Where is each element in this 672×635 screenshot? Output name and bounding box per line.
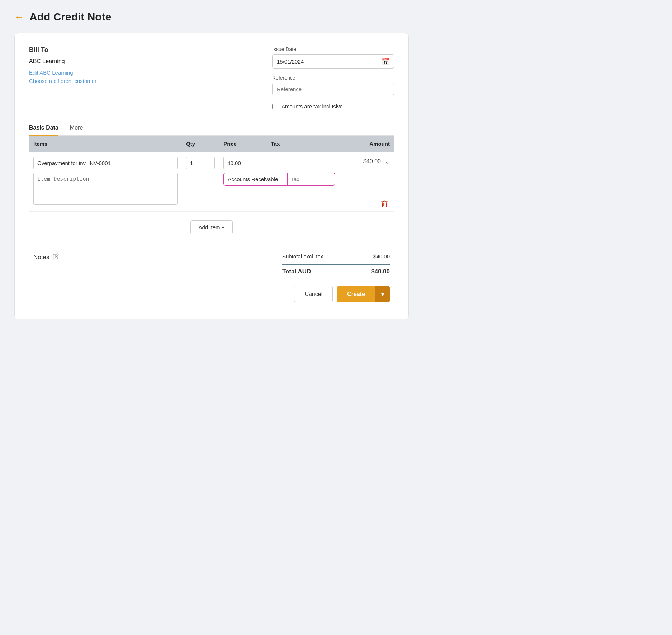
reference-label: Reference (272, 75, 394, 81)
highlighted-accounts-tax (223, 173, 335, 186)
col-header-tax: Tax (266, 136, 339, 152)
issue-date-label: Issue Date (272, 46, 394, 52)
issue-date-input[interactable] (277, 58, 382, 65)
amount-value: $40.00 (363, 158, 381, 165)
table-row: $40.00 ⌄ (29, 152, 394, 171)
tax-inclusive-checkbox[interactable] (272, 104, 278, 109)
col-header-qty: Qty (182, 136, 219, 152)
col-header-price: Price (219, 136, 266, 152)
main-card: Bill To ABC Learning Edit ABC Learning C… (14, 33, 409, 319)
customer-name: ABC Learning (29, 58, 272, 65)
add-item-row: Add Item + (29, 212, 394, 243)
total-value: $40.00 (371, 268, 390, 275)
create-button[interactable]: Create (337, 286, 375, 302)
cancel-button[interactable]: Cancel (294, 286, 333, 302)
back-button[interactable]: ← (14, 12, 24, 22)
col-header-amount: Amount (340, 136, 394, 152)
col-header-items: Items (29, 136, 182, 152)
tax-input[interactable] (288, 173, 335, 185)
table-row (29, 171, 394, 212)
items-table: Items Qty Price Tax Amount (29, 136, 394, 212)
chevron-down-icon[interactable]: ⌄ (384, 157, 390, 165)
item-description-input[interactable] (33, 173, 178, 205)
subtotal-label: Subtotal excl. tax (282, 253, 323, 259)
bottom-section: Notes Subtotal excl. tax $40.00 Total AU… (29, 243, 394, 279)
dropdown-chevron-icon: ▾ (381, 291, 384, 297)
create-dropdown-button[interactable]: ▾ (375, 286, 390, 302)
delete-item-button[interactable] (344, 200, 390, 208)
item-name-input[interactable] (33, 157, 178, 169)
edit-customer-link[interactable]: Edit ABC Learning (29, 70, 272, 76)
tab-more[interactable]: More (70, 121, 83, 136)
tabs: Basic Data More (29, 121, 394, 136)
subtotal-value: $40.00 (373, 253, 390, 259)
bill-to-label: Bill To (29, 46, 272, 54)
change-customer-link[interactable]: Choose a different customer (29, 78, 272, 84)
tax-inclusive-label: Amounts are tax inclusive (281, 103, 343, 109)
accounts-receivable-input[interactable] (224, 173, 287, 185)
reference-input[interactable] (272, 83, 394, 95)
tab-basic-data[interactable]: Basic Data (29, 121, 58, 136)
edit-notes-icon[interactable] (53, 253, 59, 261)
totals-section: Subtotal excl. tax $40.00 Total AUD $40.… (282, 253, 390, 275)
total-label: Total AUD (282, 268, 311, 275)
add-item-button[interactable]: Add Item + (190, 220, 233, 234)
notes-label: Notes (33, 254, 49, 261)
calendar-icon[interactable]: 📅 (382, 57, 389, 65)
price-input[interactable] (223, 157, 259, 169)
page-title: Add Credit Note (29, 11, 111, 23)
actions-row: Cancel Create ▾ (29, 279, 394, 306)
qty-input[interactable] (186, 157, 215, 169)
